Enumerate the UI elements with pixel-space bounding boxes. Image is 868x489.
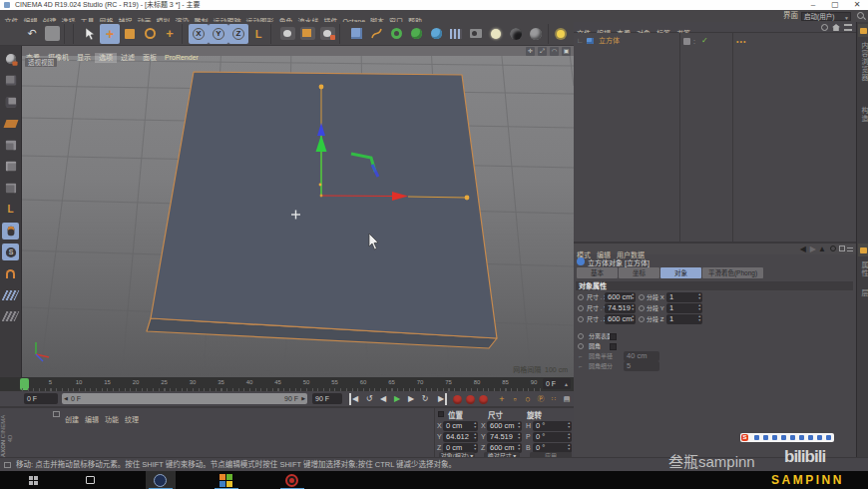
maximize-button[interactable]: ▢ [824, 0, 846, 9]
record-options-button[interactable] [479, 395, 488, 404]
viewport[interactable]: 查看摄像机显示选项过滤面板ProRender ✛ ⤢ ◠ ▣ 透视视图 网格间隔… [22, 46, 574, 377]
anim-toggle[interactable] [639, 316, 645, 322]
close-button[interactable]: ✕ [846, 0, 868, 9]
side-tab-structure[interactable]: 构造 [859, 107, 868, 123]
attr-tab-2[interactable]: 对象 [660, 267, 701, 278]
anim-toggle[interactable] [639, 305, 645, 311]
next-key-button[interactable]: ▶ [405, 393, 417, 405]
undo-button[interactable]: ↶ [22, 24, 42, 44]
timeline-ruler[interactable]: 51015202530354045505560657075808590 0 F▲… [0, 377, 574, 391]
attr-search-icon[interactable] [830, 245, 836, 251]
enabled-check-icon[interactable]: ✓ [701, 35, 708, 46]
shading-sphere-gray-icon[interactable] [526, 24, 546, 44]
attr-back-icon[interactable]: ◀ [800, 244, 806, 254]
model-mode-icon[interactable] [2, 94, 19, 111]
attr-field[interactable]: 74.519 cm▲ ▼ [605, 303, 636, 313]
pan-view-icon[interactable]: ✛ [526, 47, 535, 56]
workplane-grid-icon[interactable] [2, 286, 19, 303]
side-tab-attributes[interactable]: 属性 [859, 261, 868, 277]
object-row-cube[interactable]: ∟ 立方体 : ✓ ••• [574, 35, 856, 46]
workplane-mode-icon[interactable] [2, 137, 19, 154]
anim-toggle[interactable] [578, 316, 584, 322]
magnet-icon[interactable] [2, 265, 19, 282]
visibility-dots[interactable]: : [693, 36, 695, 47]
attr-lock-icon[interactable] [839, 245, 845, 251]
autokey-button[interactable] [466, 395, 475, 404]
timeline-frame-field[interactable]: 0 F▲▼ [543, 378, 571, 389]
object-name[interactable]: 立方体 [599, 35, 620, 46]
coordinate-system-button[interactable]: L [248, 24, 268, 44]
attr-section-header[interactable]: 对象属性 [576, 281, 853, 290]
current-frame-field[interactable]: 0 F [24, 393, 58, 404]
end-frame-field[interactable]: 90 F [312, 393, 342, 404]
coord-pos-field[interactable]: 64.612 cm▲ ▼ [443, 432, 478, 442]
attr-tab-0[interactable]: 基本 [577, 267, 618, 278]
coords-checkbox[interactable] [438, 411, 444, 417]
taskbar-c4d-app[interactable] [146, 471, 176, 489]
om-search-icon[interactable] [821, 24, 828, 31]
render-view-button[interactable] [277, 24, 297, 44]
range-left-arrow[interactable]: ◀ [64, 393, 68, 404]
key-parameter-toggle[interactable]: Ⓟ [535, 393, 547, 405]
previous-key-button[interactable]: ◀ [377, 393, 389, 405]
anim-toggle[interactable] [639, 294, 645, 300]
goto-end-button[interactable]: ▶ [437, 393, 447, 405]
anim-toggle[interactable] [578, 343, 584, 349]
polygons-mode-icon[interactable]: L [2, 201, 19, 218]
coord-pos-field[interactable]: 0 cm▲ ▼ [443, 421, 478, 431]
move-tool[interactable]: + [100, 24, 120, 44]
loop-button[interactable]: ↻ [419, 393, 431, 405]
key-rotation-toggle[interactable]: ○ [522, 393, 534, 405]
interface-dropdown[interactable]: 启动(用户)▼ [801, 12, 851, 21]
attr-up-icon[interactable]: ▲ [818, 244, 826, 254]
checkbox[interactable] [610, 333, 617, 340]
add-generator-button[interactable] [386, 24, 406, 44]
attr-tab-1[interactable]: 坐标 [619, 267, 659, 278]
scale-tool[interactable] [120, 24, 140, 44]
side-tab-layers[interactable]: 层 [859, 289, 868, 297]
shading-sphere-dark-icon[interactable] [506, 24, 526, 44]
side-tab-content-browser[interactable]: 内容浏览器 [859, 42, 868, 82]
taskbar-recorder-app[interactable] [277, 471, 307, 489]
taskbar-photos-app[interactable] [212, 471, 241, 489]
coord-rot-field[interactable]: 0 °▲ ▼ [533, 432, 572, 442]
attr-field[interactable]: 600 cm▲ ▼ [605, 292, 636, 302]
timeline-range-slider[interactable]: ◀0 F90 F▶ [62, 393, 307, 404]
attr-field[interactable]: 1▲ ▼ [666, 303, 702, 313]
coord-size-field[interactable]: 74.519 cm▲ ▼ [487, 432, 522, 442]
render-to-picture-viewer-button[interactable] [297, 24, 317, 44]
add-camera-button[interactable] [466, 24, 486, 44]
key-scale-toggle[interactable]: ▫ [509, 393, 521, 405]
last-tool[interactable]: + [160, 24, 180, 44]
minimize-button[interactable]: – [802, 0, 824, 9]
texture-mode-icon[interactable] [2, 115, 19, 132]
lock-z-axis-button[interactable]: Z [228, 24, 248, 44]
timeline-playhead[interactable] [20, 378, 29, 390]
key-pla-toggle[interactable]: ∷ [548, 393, 560, 405]
points-mode-icon[interactable] [2, 158, 19, 175]
live-selection-tool[interactable] [80, 24, 100, 44]
anim-toggle[interactable] [578, 294, 584, 300]
attr-field[interactable]: 1▲ ▼ [666, 314, 702, 324]
task-view-button[interactable] [86, 476, 95, 484]
anim-toggle[interactable] [578, 305, 584, 311]
add-field-button[interactable] [446, 24, 466, 44]
toggle-view-icon[interactable]: ▣ [562, 47, 571, 56]
tag-dots-icon[interactable]: ••• [736, 36, 746, 47]
visibility-editor-dot[interactable] [683, 38, 690, 45]
key-position-toggle[interactable]: + [496, 393, 508, 405]
goto-start-button[interactable]: ◀ [349, 393, 359, 405]
viewport-menu-2[interactable]: 显示 [73, 53, 95, 63]
play-button[interactable]: ▶ [391, 393, 403, 405]
content-browser-tab-icon[interactable] [858, 24, 868, 37]
material-menu-0[interactable]: 创建 [62, 414, 82, 426]
lock-x-axis-button[interactable]: X [189, 24, 209, 44]
viewport-menu-5[interactable]: 面板 [139, 53, 161, 63]
snap-icon[interactable]: S [2, 244, 19, 260]
attr-field[interactable]: 1▲ ▼ [666, 292, 702, 302]
rotate-view-icon[interactable]: ◠ [550, 47, 559, 56]
attr-tab-3[interactable]: 平滑着色(Phong) [702, 267, 763, 278]
checkbox[interactable] [610, 343, 617, 350]
add-deformer-button[interactable] [406, 24, 426, 44]
attr-forward-icon[interactable]: ▶ [810, 244, 816, 254]
